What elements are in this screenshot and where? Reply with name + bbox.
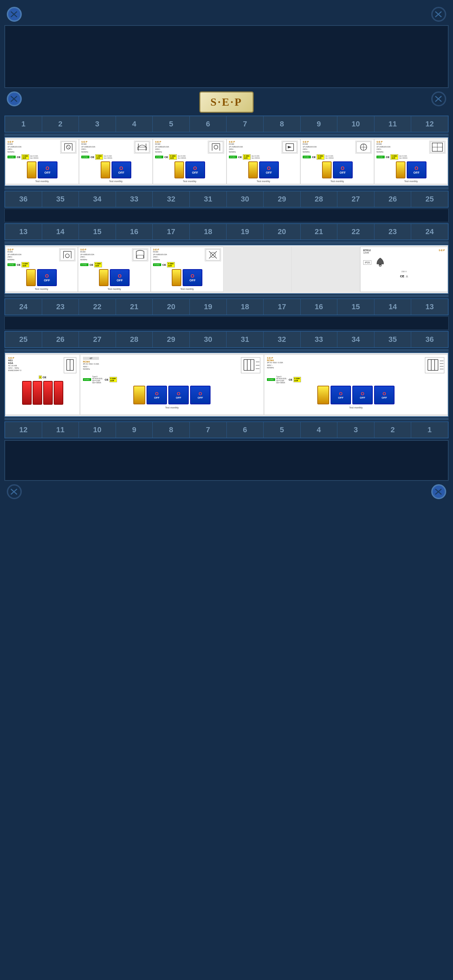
num-9: 9 [301, 116, 338, 132]
num-24: 24 [411, 224, 448, 240]
num-r-31: 31 [190, 191, 226, 207]
number-row-1: 1 2 3 4 5 6 7 8 9 10 11 12 [5, 116, 448, 132]
num-14: 14 [42, 224, 79, 240]
num-r-25: 25 [411, 191, 448, 207]
svg-rect-34 [60, 250, 75, 260]
rcm-device-1: S·E·P RCM21P+N/B16/0.03A240V~50/60Hz EN/… [5, 139, 79, 184]
num-r3-11: 11 [42, 422, 79, 438]
rcm4-device-1: 4P RCM4 3P+N / B16 / 0.03A400V ~50/60Hz [80, 355, 264, 415]
num-r3-6: 6 [226, 422, 263, 438]
num-r2-20: 20 [152, 299, 190, 315]
num-b-31: 31 [226, 332, 263, 347]
num-16: 16 [116, 224, 153, 240]
gap-1 [5, 208, 448, 222]
num-b-32: 32 [263, 332, 301, 347]
svg-rect-39 [133, 250, 147, 260]
num-b-27: 27 [79, 332, 116, 347]
num-b-26: 26 [42, 332, 79, 347]
num-r2-22: 22 [78, 299, 116, 315]
second-screws-row: S·E·P [3, 90, 450, 115]
device-row-1: S·E·P RCM21P+N/B16/0.03A240V~50/60Hz EN/… [5, 137, 448, 186]
num-10: 10 [337, 116, 375, 132]
empty-cell-1 [223, 247, 292, 292]
num-b-28: 28 [116, 332, 153, 347]
num-21: 21 [301, 224, 338, 240]
num-r2-15: 15 [337, 299, 374, 315]
num-b-29: 29 [153, 332, 190, 347]
num-3: 3 [79, 116, 116, 132]
num-12: 12 [411, 116, 448, 132]
num-r3-10: 10 [78, 422, 116, 438]
rcm-device-3: S·E·P RCM21P+N/B16/0.03A240V~50/60Hz EN/… [153, 139, 226, 184]
sep-logo-text: S·E·P [211, 96, 243, 108]
num-19: 19 [226, 224, 263, 240]
num-r-35: 35 [42, 191, 79, 207]
num-r2-23: 23 [42, 299, 79, 315]
num-22: 22 [337, 224, 375, 240]
screw-left-2 [7, 91, 22, 107]
num-r3-12: 12 [5, 422, 42, 438]
bottom-screws-row [3, 482, 450, 504]
num-r2-14: 14 [374, 299, 411, 315]
num-2: 2 [42, 116, 79, 132]
num-18: 18 [190, 224, 227, 240]
num-r3-7: 7 [190, 422, 226, 438]
num-13: 13 [5, 224, 42, 240]
num-4: 4 [116, 116, 153, 132]
strip-4 [5, 294, 448, 298]
num-r2-24: 24 [5, 299, 42, 315]
num-r-28: 28 [300, 191, 337, 207]
num-r-36: 36 [5, 191, 42, 207]
num-b-36: 36 [411, 332, 448, 347]
number-row-4-reversed: 13 14 15 16 17 18 19 20 21 22 23 24 [5, 298, 448, 315]
num-5: 5 [153, 116, 190, 132]
num-r2-19: 19 [190, 299, 226, 315]
num-r3-4: 4 [300, 422, 337, 438]
strip-6 [5, 418, 448, 420]
rcm-device-4: S·E·P RCM21P+N/B16/0.03A240V~50/60Hz EN/… [226, 139, 300, 184]
screw-bottom-right [431, 484, 446, 499]
num-15: 15 [79, 224, 116, 240]
gap-2 [5, 317, 448, 330]
num-r-27: 27 [337, 191, 374, 207]
num-8: 8 [263, 116, 301, 132]
rcm-device-2b: S·E·P RCM21P+N/B16/0.03A240V~50/60Hz EN/… [78, 247, 151, 292]
num-b-33: 33 [301, 332, 338, 347]
num-23: 23 [375, 224, 412, 240]
num-r-32: 32 [152, 191, 190, 207]
num-r2-18: 18 [226, 299, 263, 315]
screw-top-left [7, 7, 22, 22]
strip-3 [5, 241, 448, 244]
rcm-device-5: S·E·P RCM21P+N/B16/0.03A240V~50/60Hz EN/… [300, 139, 374, 184]
main-panel: S·E·P 1 2 3 4 5 6 7 8 9 10 11 12 S·E·P R… [0, 0, 453, 980]
strip-1 [5, 134, 448, 136]
num-r-30: 30 [226, 191, 263, 207]
screw-bottom-left [7, 484, 22, 499]
num-20: 20 [263, 224, 301, 240]
num-r2-16: 16 [300, 299, 337, 315]
rcm-device-2c: S·E·P RCM21P+N/B16/0.03A240V~50/60Hz EN/… [151, 247, 223, 292]
btr-device: BTR12 12VA S·E·P IP20 230 V CE ⚠ [360, 247, 448, 292]
strip-5 [5, 349, 448, 352]
number-row-3: 13 14 15 16 17 18 19 20 21 22 23 24 [5, 223, 448, 240]
num-7: 7 [226, 116, 263, 132]
num-r2-13: 13 [411, 299, 448, 315]
hs1-switch: S·E·P HS1 63A AC-23 A/B415V ~ 50HzEN/IEC… [5, 355, 80, 415]
sep-logo: S·E·P [199, 91, 254, 113]
number-row-6-reversed: 1 2 3 4 5 6 7 8 9 10 11 12 [5, 422, 448, 438]
num-r-33: 33 [116, 191, 153, 207]
num-r-26: 26 [374, 191, 411, 207]
number-row-5: 25 26 27 28 29 30 31 32 33 34 35 36 [5, 331, 448, 348]
num-b-34: 34 [337, 332, 375, 347]
device-row-3: S·E·P HS1 63A AC-23 A/B415V ~ 50HzEN/IEC… [5, 352, 448, 417]
sep-logo-container: S·E·P [29, 91, 424, 113]
device-row-2: S·E·P RCM21P+N/B16/0.03A240V~50/60Hz EN/… [5, 245, 448, 294]
num-r3-2: 2 [374, 422, 411, 438]
rcm4-device-2: S·E·P RCM4 3P+N / B16 / 0.03A400V ~50/60… [264, 355, 448, 415]
num-r-29: 29 [263, 191, 300, 207]
num-17: 17 [153, 224, 190, 240]
num-r3-5: 5 [263, 422, 300, 438]
num-r2-17: 17 [263, 299, 300, 315]
num-b-30: 30 [190, 332, 227, 347]
num-r3-8: 8 [152, 422, 190, 438]
